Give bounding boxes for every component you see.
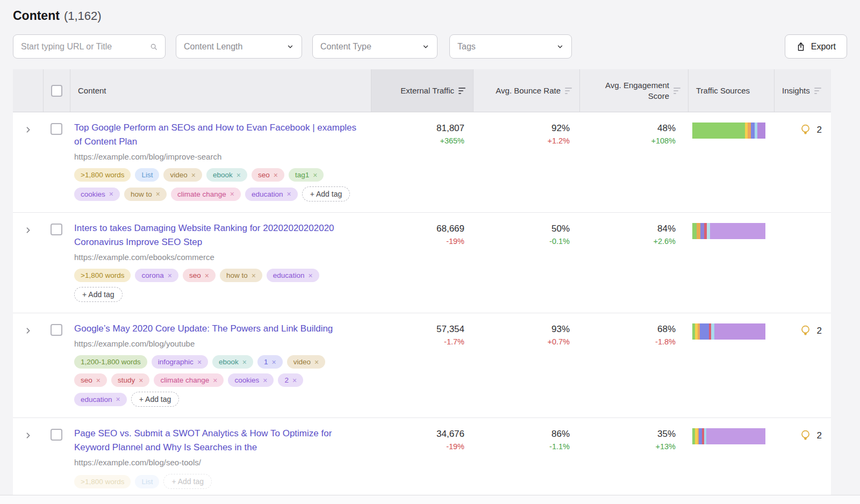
remove-tag-icon[interactable]: × (109, 190, 113, 198)
remove-tag-icon[interactable]: × (252, 272, 256, 279)
remove-tag-icon[interactable]: × (116, 395, 120, 403)
tag-pill[interactable]: tag1× (289, 168, 324, 182)
tag-pill[interactable]: cookies× (74, 188, 120, 201)
row-checkbox[interactable] (51, 224, 62, 235)
export-button-label: Export (811, 42, 836, 52)
tag-pill[interactable]: >1,800 words (74, 168, 131, 182)
export-button[interactable]: Export (785, 34, 847, 59)
tag-pill[interactable]: List (135, 475, 159, 488)
content-title-link[interactable]: Inters to takes Damaging Website Ranking… (74, 221, 357, 249)
header-insights-column[interactable]: Insights (774, 69, 831, 112)
chevron-right-icon[interactable] (24, 125, 33, 134)
tag-pill[interactable]: infographic× (152, 355, 208, 369)
tag-pill[interactable]: education× (267, 269, 319, 282)
content-url: https://example.com/blog/improve-search (74, 152, 357, 161)
tag-label: climate change (177, 190, 226, 198)
tag-pill[interactable]: 1,200-1,800 words (74, 355, 147, 369)
tag-pill[interactable]: climate change× (171, 188, 241, 201)
remove-tag-icon[interactable]: × (197, 358, 202, 366)
tag-pill[interactable]: corona× (135, 269, 178, 282)
tag-pill[interactable]: >1,800 words (74, 475, 131, 488)
tag-pill[interactable]: video× (163, 168, 202, 182)
remove-tag-icon[interactable]: × (96, 377, 101, 384)
content-type-filter[interactable]: Content Type (312, 34, 438, 59)
remove-tag-icon[interactable]: × (205, 272, 209, 279)
remove-tag-icon[interactable]: × (313, 171, 317, 179)
bounce-rate-value: 93% (473, 324, 570, 335)
remove-tag-icon[interactable]: × (168, 272, 172, 279)
tag-pill[interactable]: seo× (252, 168, 284, 182)
tag-pill[interactable]: seo× (74, 373, 107, 387)
chevron-right-icon[interactable] (24, 226, 33, 235)
remove-tag-icon[interactable]: × (191, 171, 196, 179)
content-title-link[interactable]: Page SEO vs. Submit a SWOT Analytics & H… (74, 427, 357, 455)
header-avg-bounce-rate-column[interactable]: Avg. Bounce Rate (473, 69, 579, 112)
sort-icon[interactable] (673, 88, 680, 94)
row-checkbox[interactable] (51, 324, 62, 336)
remove-tag-icon[interactable]: × (308, 272, 312, 279)
tags-filter[interactable]: Tags (449, 34, 572, 59)
engagement-score-delta: +2.6% (579, 237, 676, 246)
search-input[interactable] (21, 42, 150, 52)
tag-pill[interactable]: ebook× (206, 168, 247, 182)
chevron-down-icon (422, 43, 429, 51)
remove-tag-icon[interactable]: × (213, 377, 217, 384)
tag-pill[interactable]: video× (287, 355, 325, 369)
tag-pill[interactable]: ebook× (212, 355, 253, 369)
tag-pill[interactable]: 2× (278, 373, 303, 387)
select-all-checkbox[interactable] (51, 85, 62, 97)
search-box[interactable] (13, 34, 166, 59)
insights-count: 2 (817, 430, 822, 441)
tag-pill[interactable]: seo× (183, 269, 216, 282)
insights-cell[interactable]: 2 (774, 313, 831, 417)
traffic-source-segment (751, 123, 755, 139)
add-tag-button[interactable]: + Add tag (74, 287, 123, 302)
header-external-traffic-column[interactable]: External Traffic (371, 69, 473, 112)
row-checkbox[interactable] (51, 429, 62, 441)
tag-pill[interactable]: climate change× (154, 373, 224, 387)
add-tag-button[interactable]: + Add tag (131, 392, 180, 407)
content-title-link[interactable]: Google’s May 2020 Core Update: The Power… (74, 322, 357, 336)
tag-pill[interactable]: >1,800 words (74, 269, 131, 282)
tag-label: infographic (158, 358, 194, 366)
traffic-source-segment (700, 223, 704, 239)
tag-pill[interactable]: cookies× (228, 373, 274, 387)
tag-pill[interactable]: education× (74, 393, 127, 406)
add-tag-button[interactable]: + Add tag (302, 186, 350, 201)
header-content-column[interactable]: Content (70, 69, 371, 112)
chevron-right-icon[interactable] (24, 431, 33, 440)
content-length-filter[interactable]: Content Length (176, 34, 302, 59)
tag-pill[interactable]: 1× (257, 355, 283, 369)
row-checkbox[interactable] (51, 123, 62, 135)
header-avg-engagement-score-column[interactable]: Avg. Engagement Score (579, 69, 688, 112)
remove-tag-icon[interactable]: × (230, 190, 234, 198)
sort-icon[interactable] (814, 88, 821, 94)
tag-pill[interactable]: List (135, 168, 159, 182)
sort-icon[interactable] (458, 88, 465, 94)
remove-tag-icon[interactable]: × (236, 171, 241, 179)
content-cell: Page SEO vs. Submit a SWOT Analytics & H… (70, 418, 371, 500)
insights-cell[interactable]: 2 (774, 112, 831, 212)
add-tag-button[interactable]: + Add tag (163, 474, 212, 489)
insights-count: 2 (817, 326, 822, 336)
sort-icon[interactable] (565, 88, 572, 94)
tag-pill[interactable]: how to× (220, 269, 262, 282)
remove-tag-icon[interactable]: × (314, 358, 319, 366)
remove-tag-icon[interactable]: × (156, 190, 160, 198)
chevron-right-icon[interactable] (24, 326, 33, 335)
tag-pill[interactable]: education× (245, 188, 298, 201)
row-checkbox-cell (43, 112, 70, 212)
tag-list: >1,800 wordsList+ Add tag (74, 474, 357, 489)
remove-tag-icon[interactable]: × (242, 358, 247, 366)
content-title-link[interactable]: Top Google Perform an SEOs and How to Ev… (74, 121, 357, 149)
remove-tag-icon[interactable]: × (274, 171, 278, 179)
tag-pill[interactable]: how to× (124, 188, 167, 201)
insights-cell[interactable]: 2 (774, 418, 831, 500)
remove-tag-icon[interactable]: × (287, 190, 291, 198)
traffic-sources-bar (692, 123, 765, 139)
tag-pill[interactable]: study× (111, 373, 149, 387)
remove-tag-icon[interactable]: × (139, 377, 143, 384)
remove-tag-icon[interactable]: × (263, 377, 267, 384)
remove-tag-icon[interactable]: × (292, 377, 297, 384)
remove-tag-icon[interactable]: × (272, 358, 276, 366)
